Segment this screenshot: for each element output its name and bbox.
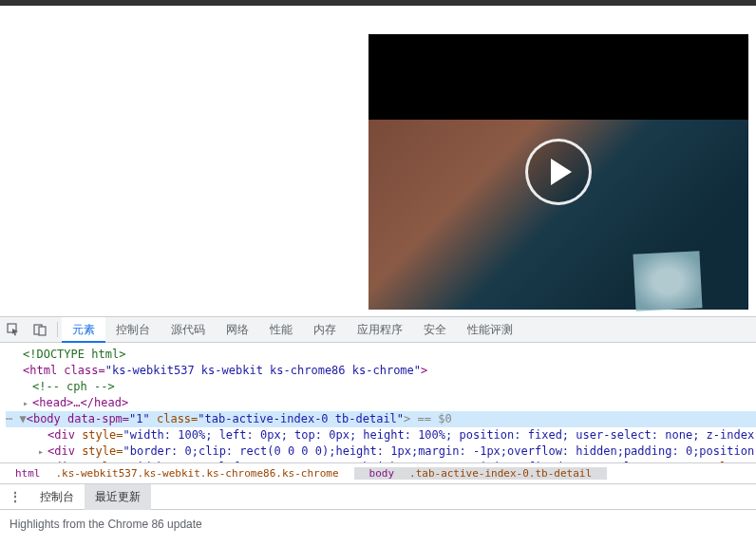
tab-lighthouse[interactable]: 性能评测 xyxy=(457,317,523,343)
dom-tree[interactable]: <!DOCTYPE html> <html class="ks-webkit53… xyxy=(0,343,756,462)
inspect-icon[interactable] xyxy=(0,323,27,336)
dom-div-1[interactable]: <div style="width: 100%; left: 0px; top:… xyxy=(6,427,756,443)
page-viewport xyxy=(0,6,756,316)
drawer-tab-console[interactable]: 控制台 xyxy=(29,484,85,510)
tab-security[interactable]: 安全 xyxy=(413,317,457,343)
svg-rect-2 xyxy=(39,327,46,335)
dom-div-2[interactable]: ▸<div style="border: 0;clip: rect(0 0 0 … xyxy=(6,443,756,460)
video-letterbox xyxy=(369,34,748,120)
play-icon xyxy=(551,159,572,185)
tab-elements[interactable]: 元素 xyxy=(62,317,105,343)
dom-comment[interactable]: <!-- cph --> xyxy=(6,379,756,395)
tab-console[interactable]: 控制台 xyxy=(105,317,161,343)
drawer-tab-whatsnew[interactable]: 最近更新 xyxy=(85,484,151,510)
tab-memory[interactable]: 内存 xyxy=(303,317,347,343)
console-drawer-tabs: ⋮ 控制台 最近更新 xyxy=(0,483,756,509)
dom-doctype[interactable]: <!DOCTYPE html> xyxy=(6,347,756,363)
tab-sources[interactable]: 源代码 xyxy=(161,317,216,343)
video-player[interactable] xyxy=(369,34,748,310)
dom-html[interactable]: <html class="ks-webkit537 ks-webkit ks-c… xyxy=(6,363,756,379)
dom-head[interactable]: ▸<head>…</head> xyxy=(6,395,756,411)
devtools-panel: 元素 控制台 源代码 网络 性能 内存 应用程序 安全 性能评测 <!DOCTY… xyxy=(0,316,756,538)
dom-div-3[interactable]: <div style="width: 100%; left: 0px; top:… xyxy=(6,460,756,462)
decorative-accent xyxy=(633,251,702,311)
kebab-icon[interactable]: ⋮ xyxy=(0,490,29,503)
divider xyxy=(57,322,58,337)
device-toggle-icon[interactable] xyxy=(27,323,53,336)
play-button[interactable] xyxy=(525,139,592,205)
tab-application[interactable]: 应用程序 xyxy=(347,317,413,343)
whatsnew-headline: Highlights from the Chrome 86 update xyxy=(0,509,756,538)
tab-performance[interactable]: 性能 xyxy=(259,317,303,343)
crumb-body[interactable]: body.tab-active-index-0.tb-detail xyxy=(354,467,608,480)
breadcrumb: html.ks-webkit537.ks-webkit.ks-chrome86.… xyxy=(0,462,756,483)
devtools-tabs: 元素 控制台 源代码 网络 性能 内存 应用程序 安全 性能评测 xyxy=(0,317,756,343)
crumb-html[interactable]: html.ks-webkit537.ks-webkit.ks-chrome86.… xyxy=(0,467,354,480)
tab-network[interactable]: 网络 xyxy=(216,317,259,343)
dom-body-selected[interactable]: ⋯ ▼<body data-spm="1" class="tab-active-… xyxy=(6,411,756,427)
